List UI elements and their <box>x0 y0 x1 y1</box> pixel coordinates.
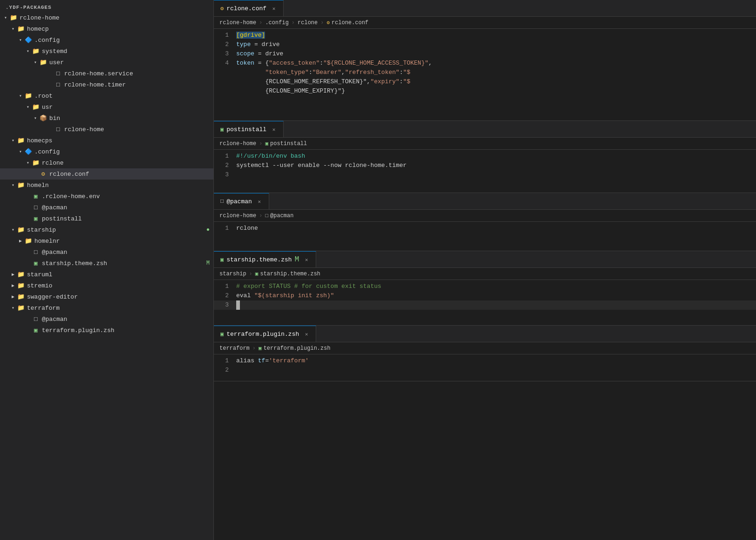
label-bin: bin <box>49 115 60 122</box>
sidebar-item-rclone-home[interactable]: ▾ 📁 rclone-home <box>0 12 213 23</box>
sidebar-item-usr[interactable]: ▾ 📁 usr <box>0 101 213 113</box>
tab-close-starship[interactable]: ✕ <box>303 256 310 263</box>
label-starship: starship <box>27 227 56 233</box>
sidebar-item-config1[interactable]: ▾ 🔷 .config <box>0 34 213 46</box>
tab-bar-pacman: □ @pacman ✕ <box>214 193 756 210</box>
file-icon-timer: □ <box>54 81 62 88</box>
code-line-4d: {RCLONE_HOME_EXPIRY}"} <box>214 87 756 96</box>
folder-config-icon: 🔷 <box>24 36 33 44</box>
star-line-2: 2 eval "$(starship init zsh)" <box>214 291 756 300</box>
sidebar-item-postinstall1[interactable]: ▣ postinstall <box>0 213 213 224</box>
breadcrumb-terraform: terraform › ▣ terraform.plugin.zsh <box>214 342 756 354</box>
arrow-staruml: ▶ <box>9 272 17 277</box>
sidebar-item-at-pacman3[interactable]: □ @pacman <box>0 313 213 325</box>
line-number-3: 3 <box>214 49 236 59</box>
file-icon-service: □ <box>54 70 62 77</box>
sidebar-item-user[interactable]: ▾ 📁 user <box>0 57 213 68</box>
breadcrumb-item-rclone-home: rclone-home <box>219 20 256 26</box>
file-icon-starship-theme: ▣ <box>32 260 40 267</box>
tab-postinstall[interactable]: ▣ postinstall ✕ <box>214 121 284 138</box>
file-icon-postinstall1: ▣ <box>32 215 40 222</box>
sidebar-item-homecp[interactable]: ▾ 📁 homecp <box>0 23 213 34</box>
sidebar-item-rclone-folder[interactable]: ▾ 📁 rclone <box>0 157 213 168</box>
arrow-config1: ▾ <box>17 37 24 43</box>
sidebar-item-stremio[interactable]: ▶ 📁 stremio <box>0 280 213 291</box>
file-icon-at-pacman2: □ <box>32 249 40 256</box>
line-number-1: 1 <box>214 31 236 40</box>
tab-rclone-conf[interactable]: ⚙ rclone.conf ✕ <box>214 0 284 17</box>
breadcrumb-item-config: .config <box>265 20 288 26</box>
sidebar-item-homeln[interactable]: ▾ 📁 homeln <box>0 180 213 191</box>
sidebar-item-rclone-home-service[interactable]: □ rclone-home.service <box>0 68 213 79</box>
sidebar-item-rclone-home-timer[interactable]: □ rclone-home.timer <box>0 79 213 90</box>
code-content-pacman[interactable]: 1 rclone <box>214 222 756 251</box>
sidebar-item-at-pacman2[interactable]: □ @pacman <box>0 247 213 258</box>
sidebar-item-rclone-conf[interactable]: ⚙ rclone.conf <box>0 168 213 180</box>
code-line-1: 1 [gdrive] <box>214 31 756 40</box>
sidebar-item-swagger-editor[interactable]: ▶ 📁 swagger-editor <box>0 291 213 302</box>
code-content-rclone-conf[interactable]: 1 [gdrive] 2 type = drive 3 scope = driv… <box>214 29 756 120</box>
folder-icon-rclone: 📁 <box>32 159 40 167</box>
sidebar-item-rclone-home-bin[interactable]: □ rclone-home <box>0 124 213 135</box>
tab-pacman[interactable]: □ @pacman ✕ <box>214 193 269 210</box>
arrow-config2: ▾ <box>17 149 24 154</box>
tab-terraform-plugin[interactable]: ▣ terraform.plugin.zsh ✕ <box>214 326 316 342</box>
arrow-terraform: ▾ <box>9 305 17 311</box>
tab-bar-rclone-conf: ⚙ rclone.conf ✕ <box>214 0 756 17</box>
label-rclone-home-service: rclone-home.service <box>64 70 133 77</box>
tab-close-pacman[interactable]: ✕ <box>256 198 263 205</box>
code-content-postinstall[interactable]: 1 #!/usr/bin/env bash 2 systemctl --user… <box>214 150 756 193</box>
sidebar-item-bin[interactable]: ▾ 📦 bin <box>0 113 213 124</box>
sidebar-item-config2[interactable]: ▾ 🔷 .config <box>0 146 213 157</box>
code-content-terraform[interactable]: 1 alias tf='terraform' 2 <box>214 354 756 381</box>
pac-line-1: 1 rclone <box>214 224 756 233</box>
tab-close-terraform[interactable]: ✕ <box>303 330 310 338</box>
sidebar-item-homelnr[interactable]: ▶ 📁 homelnr <box>0 235 213 247</box>
label-swagger-editor: swagger-editor <box>27 293 78 300</box>
arrow-homecps: ▾ <box>9 138 17 143</box>
editor-pane-rclone-conf: ⚙ rclone.conf ✕ rclone-home › .config › … <box>214 0 756 121</box>
arrow-rclone-home: ▾ <box>2 15 9 20</box>
tab-icon-terraform: ▣ <box>220 331 224 338</box>
breadcrumb-icon-postinstall: ▣ <box>265 140 268 147</box>
breadcrumb-icon-starship-theme: ▣ <box>255 271 259 277</box>
code-content-starship[interactable]: 1 # export STATUS # for custom exit stat… <box>214 280 756 325</box>
sidebar-item-staruml[interactable]: ▶ 📁 staruml <box>0 269 213 280</box>
folder-icon-root: 📁 <box>24 92 33 100</box>
tab-icon-rclone-conf: ⚙ <box>220 5 224 12</box>
tab-bar-starship: ▣ starship.theme.zsh M ✕ <box>214 251 756 268</box>
code-line-4b: "token_type":"Bearer","refresh_token":"$ <box>214 68 756 77</box>
post-ln-3: 3 <box>214 170 236 180</box>
folder-icon-rclone-home: 📁 <box>9 14 18 21</box>
sidebar-item-root[interactable]: ▾ 📁 .root <box>0 90 213 101</box>
sidebar-item-homecps[interactable]: ▾ 📁 homecps <box>0 135 213 146</box>
label-starship-theme: starship.theme.zsh <box>42 260 107 267</box>
folder-icon-swagger-editor: 📁 <box>17 293 25 300</box>
label-staruml: staruml <box>27 271 53 278</box>
tab-close-rclone-conf[interactable]: ✕ <box>270 5 278 12</box>
sidebar-item-terraform[interactable]: ▾ 📁 terraform <box>0 302 213 313</box>
folder-icon-starship: 📁 <box>17 226 25 233</box>
editor-pane-pacman: □ @pacman ✕ rclone-home › □ @pacman 1 rc… <box>214 193 756 251</box>
sidebar-item-rclone-home-env[interactable]: ▣ .rclone-home.env <box>0 191 213 202</box>
code-line-4: 4 token = {"access_token":"${RCLONE_HOME… <box>214 59 756 68</box>
folder-icon-stremio: 📁 <box>17 282 25 289</box>
sidebar-item-systemd[interactable]: ▾ 📁 systemd <box>0 46 213 57</box>
sidebar-item-terraform-plugin[interactable]: ▣ terraform.plugin.zsh <box>0 325 213 336</box>
tab-starship-theme[interactable]: ▣ starship.theme.zsh M ✕ <box>214 251 316 268</box>
label-rclone-home-env: .rclone-home.env <box>42 193 100 200</box>
line-content-4c: {RCLONE_HOME_REFRESH_TOKEN}","expiry":"$ <box>236 77 756 87</box>
tf-ln-2: 2 <box>214 366 236 375</box>
sidebar-item-starship-theme[interactable]: ▣ starship.theme.zsh M <box>0 258 213 269</box>
breadcrumb-icon-rclone-conf: ⚙ <box>326 20 330 26</box>
folder-config2-icon: 🔷 <box>24 148 33 155</box>
star-lc-3 <box>236 300 756 310</box>
label-at-pacman3: @pacman <box>42 316 67 323</box>
sidebar-item-starship[interactable]: ▾ 📁 starship ● <box>0 224 213 235</box>
folder-icon-staruml: 📁 <box>17 271 25 278</box>
breadcrumb-starship-root: starship <box>219 271 246 277</box>
label-terraform-plugin: terraform.plugin.zsh <box>42 327 114 334</box>
sidebar-item-at-pacman1[interactable]: □ @pacman <box>0 202 213 213</box>
tab-close-postinstall[interactable]: ✕ <box>270 126 278 133</box>
folder-icon-terraform: 📁 <box>17 304 25 312</box>
